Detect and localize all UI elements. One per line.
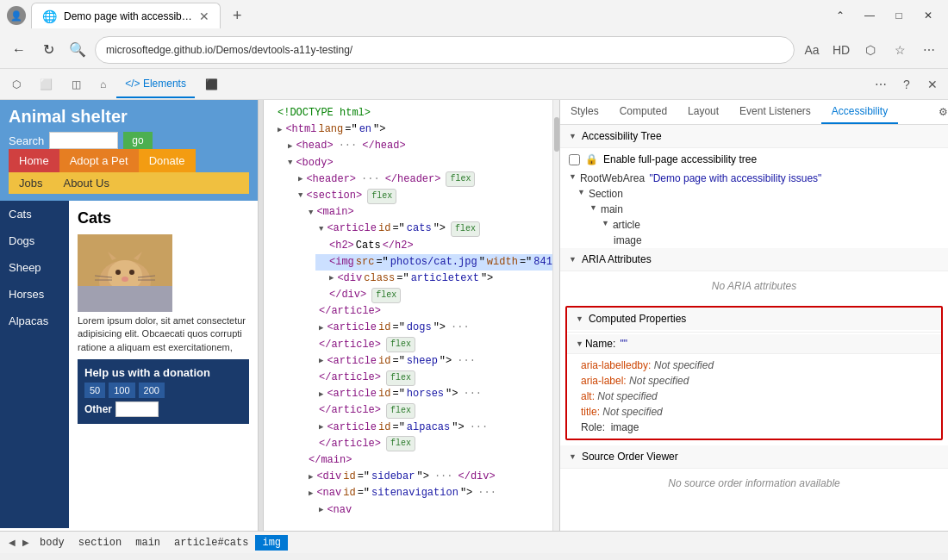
bc-img[interactable]: img: [255, 535, 288, 551]
sheep-expand[interactable]: ▶: [319, 355, 323, 367]
main-close[interactable]: </main>: [295, 452, 552, 469]
scrollbar-thumb[interactable]: [554, 117, 559, 152]
maximize-button[interactable]: □: [886, 6, 912, 25]
section-expand[interactable]: ▼: [298, 190, 302, 202]
article-alpacas[interactable]: ▶ <article id="alpacas"> ···: [305, 420, 552, 436]
devtools-tab-layout[interactable]: ◫: [63, 71, 90, 98]
div-articletext[interactable]: ▶ <div class="articletext">: [315, 271, 552, 287]
amount-50[interactable]: 50: [84, 383, 105, 398]
bc-body[interactable]: body: [33, 535, 72, 551]
devtools-tab-toggle[interactable]: ⬜: [31, 71, 61, 98]
nav-tag[interactable]: ▶ <nav id="sitenavigation"> ···: [295, 485, 552, 501]
bc-left-arrow[interactable]: ◀: [5, 532, 19, 554]
sidebar-dogs[interactable]: Dogs: [0, 227, 69, 254]
article-dogs[interactable]: ▶ <article id="dogs"> ···: [305, 320, 552, 336]
main-tag[interactable]: ▼ <main>: [295, 204, 552, 221]
main-expand[interactable]: ▼: [309, 207, 313, 219]
nav-aboutus[interactable]: About Us: [53, 172, 119, 194]
bc-right-arrow[interactable]: ▶: [19, 532, 33, 554]
address-bar[interactable]: microsoftedge.github.io/Demos/devtools-a…: [95, 36, 795, 64]
other-amount-input[interactable]: [115, 401, 159, 417]
article-sheep[interactable]: ▶ <article id="sheep"> ···: [305, 353, 552, 370]
article-close[interactable]: </article>: [305, 303, 552, 320]
amount-200[interactable]: 200: [139, 383, 165, 398]
section-tag[interactable]: ▼ <section> flex: [284, 188, 552, 204]
devtools-more-button[interactable]: ⋯: [869, 72, 893, 96]
div-close[interactable]: </div> flex: [315, 287, 552, 303]
head-expand[interactable]: ▶: [288, 140, 292, 152]
refresh-button[interactable]: ↻: [36, 38, 60, 62]
read-aloud-button[interactable]: Aa: [800, 38, 824, 62]
tab-event-listeners[interactable]: Event Listeners: [729, 100, 821, 124]
immersive-reader-button[interactable]: HD: [829, 38, 853, 62]
devtools-tab-home[interactable]: ⌂: [91, 71, 115, 98]
browser-app-button[interactable]: ⬡: [858, 38, 883, 62]
h2-tag[interactable]: <h2>Cats</h2>: [315, 238, 552, 254]
panel-settings-button[interactable]: ⚙: [939, 106, 948, 118]
sidebar-div[interactable]: ▶ <div id="sidebar"> ··· </div>: [295, 469, 552, 485]
body-tag[interactable]: ▼ <body>: [274, 155, 552, 171]
nav-jobs[interactable]: Jobs: [9, 172, 53, 194]
nav-home[interactable]: Home: [9, 149, 59, 172]
article-horses-close[interactable]: </article> flex: [305, 402, 552, 419]
computed-header[interactable]: ▼ Computed Properties: [567, 308, 941, 330]
devtools-help-button[interactable]: ?: [895, 72, 919, 96]
bc-section[interactable]: section: [72, 535, 128, 551]
tree-root[interactable]: ▼ RootWebArea "Demo page with accessibil…: [560, 171, 948, 186]
close-button[interactable]: ✕: [915, 6, 941, 25]
go-button[interactable]: go: [123, 132, 152, 149]
minimize-button[interactable]: —: [857, 6, 883, 25]
back-button[interactable]: ←: [7, 38, 31, 62]
new-tab-button[interactable]: +: [226, 7, 249, 25]
sidebar-expand[interactable]: ▶: [309, 471, 313, 483]
header-expand[interactable]: ▶: [298, 173, 302, 185]
nav-inner-expand[interactable]: ▶: [319, 504, 323, 516]
html-doctype[interactable]: <!DOCTYPE html>: [264, 105, 552, 121]
tree-section[interactable]: ▼ Section: [560, 186, 948, 202]
source-order-header[interactable]: ▼ Source Order Viewer: [560, 445, 948, 469]
tab-close-button[interactable]: ✕: [199, 9, 209, 23]
article-sheep-close[interactable]: </article> flex: [305, 370, 552, 386]
expand-icon[interactable]: ▶: [278, 124, 282, 136]
sidebar-sheep[interactable]: Sheep: [0, 254, 69, 281]
favorites-button[interactable]: ☆: [888, 38, 912, 62]
alpacas-expand[interactable]: ▶: [319, 421, 323, 433]
dogs-expand[interactable]: ▶: [319, 322, 323, 334]
article-alpacas-close[interactable]: </article> flex: [305, 436, 552, 452]
html-scrollbar[interactable]: [552, 100, 559, 531]
nav-donate[interactable]: Donate: [139, 149, 196, 172]
tree-image[interactable]: image: [560, 233, 948, 248]
sidebar-alpacas[interactable]: Alpacas: [0, 308, 69, 334]
body-expand[interactable]: ▼: [288, 157, 292, 169]
bc-main[interactable]: main: [128, 535, 167, 551]
devtools-close-button[interactable]: ✕: [920, 72, 945, 96]
aria-attributes-header[interactable]: ▼ ARIA Attributes: [560, 248, 948, 271]
tab-styles[interactable]: Styles: [560, 100, 609, 124]
name-row[interactable]: ▼ Name: "": [567, 334, 941, 354]
nav-expand[interactable]: ▶: [309, 488, 313, 500]
accessibility-tree-header[interactable]: ▼ Accessibility Tree: [560, 125, 948, 148]
tree-main[interactable]: ▼ main: [560, 202, 948, 217]
tab-accessibility[interactable]: Accessibility: [821, 100, 898, 124]
article-horses[interactable]: ▶ <article id="horses"> ···: [305, 386, 552, 402]
article-cats-tag[interactable]: ▼ <article id="cats"> flex: [305, 221, 552, 237]
tab-layout[interactable]: Layout: [677, 100, 729, 124]
search-button[interactable]: 🔍: [65, 38, 90, 62]
sidebar-cats[interactable]: Cats: [0, 201, 69, 227]
devtools-tab-inspect[interactable]: ⬡: [3, 71, 29, 98]
browser-tab[interactable]: 🌐 Demo page with accessibility iss ✕: [31, 3, 221, 28]
nav-inner[interactable]: ▶ <nav: [305, 502, 552, 519]
horses-expand[interactable]: ▶: [319, 389, 323, 401]
div-expand[interactable]: ▶: [329, 272, 334, 284]
tab-computed[interactable]: Computed: [609, 100, 677, 124]
bc-article-cats[interactable]: article#cats: [167, 535, 255, 551]
chevron-up-button[interactable]: ⌃: [827, 6, 853, 25]
tree-article[interactable]: ▼ article: [560, 217, 948, 233]
full-page-tree-checkbox[interactable]: [569, 154, 580, 165]
img-tag[interactable]: <img src="photos/cat.jpg" width="841" he…: [315, 254, 552, 271]
search-input[interactable]: [49, 132, 118, 149]
nav-adopt[interactable]: Adopt a Pet: [59, 149, 139, 172]
devtools-tab-console[interactable]: ⬛: [196, 71, 227, 98]
article-expand[interactable]: ▼: [319, 223, 323, 235]
amount-100[interactable]: 100: [109, 383, 134, 398]
